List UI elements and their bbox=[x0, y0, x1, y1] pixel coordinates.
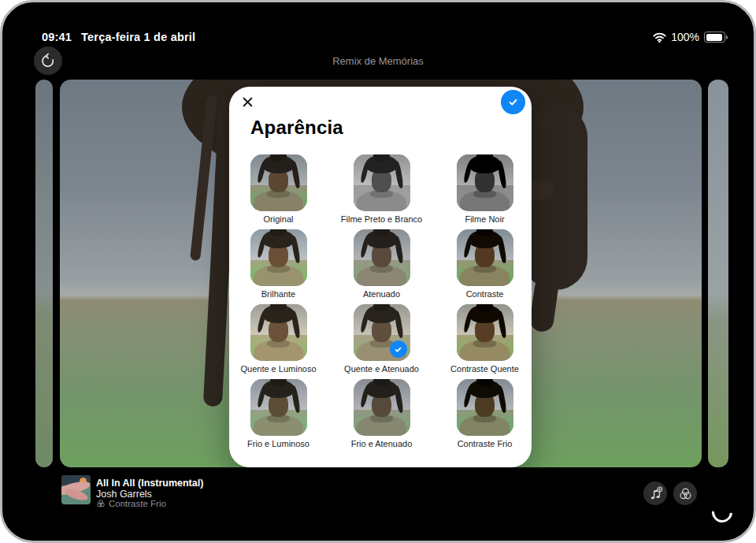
filter-option-atenuado[interactable]: Atenuado bbox=[330, 229, 433, 299]
filter-thumbnail[interactable] bbox=[354, 229, 410, 286]
filters-button[interactable] bbox=[673, 482, 697, 505]
corner-arc-decoration bbox=[708, 498, 737, 527]
filter-thumbnail[interactable] bbox=[457, 304, 513, 361]
music-note-plus-icon bbox=[648, 486, 663, 501]
filter-thumbnail[interactable] bbox=[457, 379, 513, 436]
album-art bbox=[61, 475, 91, 504]
filter-label: Contraste bbox=[433, 289, 536, 299]
filter-thumbnail[interactable] bbox=[354, 379, 410, 436]
filter-option-frio-e-atenuado[interactable]: Frio e Atenuado bbox=[330, 379, 433, 448]
filter-option-filme-preto-e-branco[interactable]: Filme Preto e Branco bbox=[330, 154, 433, 224]
filter-thumbnail[interactable] bbox=[354, 304, 410, 361]
filter-option-contraste-frio[interactable]: Contraste Frio bbox=[433, 379, 536, 448]
close-icon bbox=[242, 96, 254, 108]
filter-option-frio-e-luminoso[interactable]: Frio e Luminoso bbox=[227, 379, 330, 448]
thumbnail-scene bbox=[457, 379, 513, 436]
song-title: All In All (Instrumental) bbox=[96, 478, 203, 489]
applied-filter-label: Contraste Frio bbox=[109, 499, 166, 508]
filter-label: Frio e Atenuado bbox=[330, 439, 433, 448]
filter-option-original[interactable]: Original bbox=[227, 154, 330, 224]
applied-filter-row: Contraste Frio bbox=[96, 499, 166, 508]
filter-thumbnail[interactable] bbox=[457, 229, 513, 286]
thumbnail-scene bbox=[457, 229, 513, 286]
filters-mini-icon bbox=[96, 499, 106, 508]
song-artist: Josh Garrels bbox=[96, 489, 152, 500]
filter-label: Filme Noir bbox=[433, 214, 536, 224]
previous-memory-card[interactable] bbox=[35, 80, 53, 467]
filter-label: Quente e Atenuado bbox=[330, 364, 433, 374]
filter-option-quente-e-luminoso[interactable]: Quente e Luminoso bbox=[227, 304, 330, 374]
filters-icon bbox=[678, 486, 693, 501]
next-memory-card[interactable] bbox=[708, 80, 728, 467]
thumbnail-scene bbox=[354, 154, 410, 211]
status-time: 09:41 bbox=[42, 31, 72, 43]
appearance-panel: Aparência Original bbox=[229, 87, 532, 467]
add-music-button[interactable] bbox=[643, 482, 667, 505]
wifi-icon bbox=[653, 32, 666, 43]
status-date: Terça-feira 1 de abril bbox=[81, 31, 195, 43]
thumbnail-scene bbox=[250, 229, 307, 286]
filter-option-contraste[interactable]: Contraste bbox=[433, 229, 536, 299]
thumbnail-scene bbox=[250, 154, 307, 211]
ipad-device-frame: 09:41 Terça-feira 1 de abril 100% Remix … bbox=[0, 0, 756, 543]
filter-option-brilhante[interactable]: Brilhante bbox=[227, 229, 330, 299]
page-title: Remix de Memórias bbox=[2, 55, 754, 67]
confirm-button[interactable] bbox=[501, 90, 525, 114]
battery-icon bbox=[704, 32, 725, 43]
filter-label: Brilhante bbox=[227, 289, 330, 299]
filter-option-filme-noir[interactable]: Filme Noir bbox=[433, 154, 536, 224]
filter-thumbnail[interactable] bbox=[250, 154, 307, 211]
battery-percent: 100% bbox=[671, 31, 699, 43]
filter-label: Quente e Luminoso bbox=[227, 364, 330, 374]
filter-thumbnail[interactable] bbox=[250, 304, 307, 361]
filter-label: Frio e Luminoso bbox=[227, 439, 330, 448]
filter-thumbnail[interactable] bbox=[354, 154, 410, 211]
filter-label: Atenuado bbox=[330, 289, 433, 299]
filter-label: Original bbox=[227, 214, 330, 224]
thumbnail-scene bbox=[250, 304, 307, 361]
filter-thumbnail[interactable] bbox=[250, 229, 307, 286]
filter-thumbnail[interactable] bbox=[457, 154, 513, 211]
thumbnail-scene bbox=[250, 379, 307, 436]
filter-thumbnail[interactable] bbox=[250, 379, 307, 436]
filter-option-quente-e-atenuado[interactable]: Quente e Atenuado bbox=[330, 304, 433, 374]
checkmark-icon bbox=[506, 95, 520, 109]
thumbnail-scene bbox=[354, 229, 410, 286]
panel-title: Aparência bbox=[250, 117, 343, 139]
filter-label: Contraste Frio bbox=[433, 439, 536, 448]
filter-option-contraste-quente[interactable]: Contraste Quente bbox=[433, 304, 536, 374]
selected-check-badge bbox=[390, 340, 407, 358]
filter-label: Filme Preto e Branco bbox=[330, 214, 433, 224]
filter-grid: Original Filme Preto e Branco bbox=[229, 154, 532, 462]
thumbnail-scene bbox=[457, 154, 513, 211]
status-bar-right: 100% bbox=[653, 31, 725, 43]
thumbnail-scene bbox=[354, 379, 410, 436]
status-bar-left: 09:41 Terça-feira 1 de abril bbox=[42, 31, 195, 43]
close-button[interactable] bbox=[235, 90, 260, 114]
thumbnail-scene bbox=[457, 304, 513, 361]
filter-label: Contraste Quente bbox=[433, 364, 536, 374]
